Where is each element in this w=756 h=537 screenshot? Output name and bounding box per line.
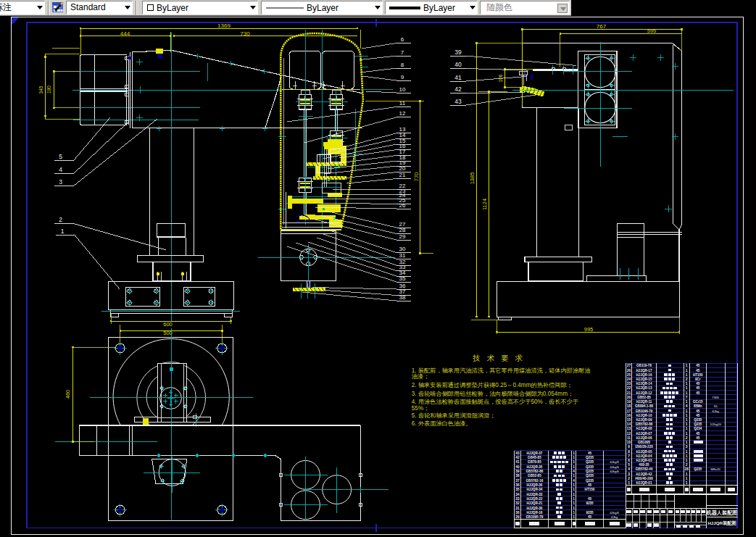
svg-text:29: 29: [515, 515, 520, 519]
svg-text:HJJQR-16: HJJQR-16: [526, 511, 542, 515]
svg-text:45: 45: [696, 364, 700, 367]
svg-text:17: 17: [627, 409, 631, 413]
svg-text:1: 1: [573, 460, 575, 464]
svg-text:38: 38: [515, 474, 520, 478]
svg-text:1: 1: [573, 451, 575, 455]
svg-text:GCr15: GCr15: [693, 400, 703, 404]
svg-text:35: 35: [399, 275, 406, 282]
svg-text:15: 15: [627, 418, 631, 422]
svg-text:1: 1: [686, 432, 688, 436]
svg-text:4: 4: [628, 467, 630, 471]
svg-text:1: 1: [686, 400, 688, 404]
svg-text:GB52-85: GB52-85: [528, 474, 541, 478]
svg-text:28: 28: [685, 467, 689, 471]
svg-text:4Jkg/6: 4Jkg/6: [610, 511, 619, 515]
svg-text:HT150: HT150: [693, 373, 703, 377]
svg-text:1: 1: [686, 454, 688, 458]
svg-text:HJJQR-42: HJJQR-42: [636, 473, 652, 476]
svg-text:I400/40-200: I400/40-200: [635, 477, 653, 480]
svg-text:4Jkg: 4Jkg: [611, 515, 618, 519]
svg-text:Q235: Q235: [586, 456, 594, 459]
svg-text:2: 2: [59, 216, 62, 223]
svg-text:9: 9: [628, 445, 630, 449]
svg-text:45: 45: [696, 386, 700, 390]
svg-text:1: 1: [686, 369, 688, 372]
svg-text:31: 31: [515, 507, 520, 510]
svg-text:1: 1: [573, 456, 575, 459]
svg-text:30: 30: [399, 246, 406, 252]
svg-text:42: 42: [454, 86, 462, 93]
svg-text:460: 460: [65, 390, 71, 399]
svg-text:1: 1: [573, 511, 575, 515]
svg-text:HJJQR-34: HJJQR-34: [526, 488, 542, 491]
svg-text:65Mn: 65Mn: [694, 404, 702, 408]
svg-text:7365: 7365: [712, 396, 719, 399]
svg-text:GB70-85: GB70-85: [528, 460, 541, 464]
svg-text:HJJQR-05: HJJQR-05: [636, 450, 652, 454]
svg-text:43: 43: [515, 451, 520, 455]
svg-text:HJJQR-14: HJJQR-14: [636, 382, 652, 386]
svg-text:Q235: Q235: [586, 460, 594, 464]
svg-text:4Jkg/6: 4Jkg/6: [610, 470, 619, 473]
svg-text:22: 22: [627, 386, 631, 390]
svg-text:4: 4: [686, 404, 688, 408]
svg-text:HT150: HT150: [585, 488, 595, 491]
svg-text:1: 1: [686, 382, 688, 386]
svg-text:16: 16: [627, 414, 631, 417]
svg-text:11: 11: [627, 436, 631, 440]
svg-text:730: 730: [240, 30, 250, 37]
svg-text:GB5782-16: GB5782-16: [526, 479, 544, 483]
svg-text:HJJQR-11: HJJQR-11: [636, 400, 652, 404]
svg-text:2: 2: [686, 463, 688, 467]
svg-text:2: 2: [686, 436, 688, 440]
svg-text:11: 11: [399, 100, 406, 107]
svg-text:2. 轴承安装前通过调整垫片获得0.25～0.4mm的热补偿: 2. 轴承安装前通过调整垫片获得0.25～0.4mm的热补偿间隙；: [412, 381, 573, 388]
svg-text:5. 齿轮和轴承采用润滑脂润滑；: 5. 齿轮和轴承采用润滑脂润滑；: [412, 412, 496, 419]
svg-text:995: 995: [584, 326, 594, 333]
svg-text:I290/29-220: I290/29-220: [635, 445, 653, 449]
svg-text:1124: 1124: [481, 199, 488, 210]
svg-text:35: 35: [515, 488, 520, 491]
svg-text:23: 23: [627, 382, 631, 386]
svg-text:6Jkg: 6Jkg: [713, 409, 720, 413]
svg-text:HJJQR-04: HJJQR-04: [636, 454, 652, 458]
svg-text:1: 1: [686, 414, 688, 417]
svg-text:机器人装配图: 机器人装配图: [705, 509, 737, 516]
svg-text:1: 1: [686, 427, 688, 430]
svg-text:1: 1: [686, 418, 688, 422]
svg-text:30: 30: [515, 511, 520, 515]
svg-text:18: 18: [627, 404, 631, 408]
svg-text:GB1095-79: GB1095-79: [526, 515, 544, 519]
svg-text:29: 29: [399, 233, 406, 240]
svg-text:2: 2: [686, 378, 688, 381]
svg-text:3: 3: [59, 178, 62, 186]
svg-text:12: 12: [627, 432, 631, 436]
svg-text:1385: 1385: [469, 172, 475, 185]
svg-text:1: 1: [686, 459, 688, 462]
svg-text:5: 5: [628, 463, 630, 467]
svg-text:HJJQR-21: HJJQR-21: [526, 501, 542, 505]
svg-text:13: 13: [627, 427, 631, 430]
svg-text:55: 55: [714, 404, 718, 408]
svg-text:45: 45: [696, 414, 700, 417]
svg-text:9: 9: [401, 74, 404, 80]
svg-text:45: 45: [588, 497, 592, 501]
svg-text:4. 用涂色法检验齿面接触斑点，按齿高不少于50%，齿长不少: 4. 用涂色法检验齿面接触斑点，按齿高不少于50%，齿长不少于: [412, 399, 579, 405]
svg-text:1: 1: [686, 409, 688, 413]
svg-text:6. 外表面涂白色油漆。: 6. 外表面涂白色油漆。: [412, 420, 472, 427]
svg-text:767: 767: [597, 23, 607, 30]
svg-text:6: 6: [628, 459, 630, 462]
svg-text:1: 1: [686, 481, 688, 485]
svg-text:M8x20: M8x20: [711, 467, 721, 471]
svg-text:45: 45: [588, 483, 592, 487]
svg-text:400-35: 400-35: [639, 463, 649, 467]
svg-text:1369: 1369: [217, 22, 230, 29]
svg-text:HJJQR-09: HJJQR-09: [636, 418, 652, 422]
svg-text:Q235: Q235: [694, 467, 702, 471]
svg-text:HJJQR-07: HJJQR-07: [636, 432, 652, 436]
svg-text:HJJQR-10: HJJQR-10: [636, 414, 652, 417]
svg-text:1: 1: [686, 364, 688, 367]
svg-text:GB1095: GB1095: [638, 441, 651, 444]
svg-text:444: 444: [120, 30, 130, 37]
svg-text:2: 2: [628, 477, 630, 480]
